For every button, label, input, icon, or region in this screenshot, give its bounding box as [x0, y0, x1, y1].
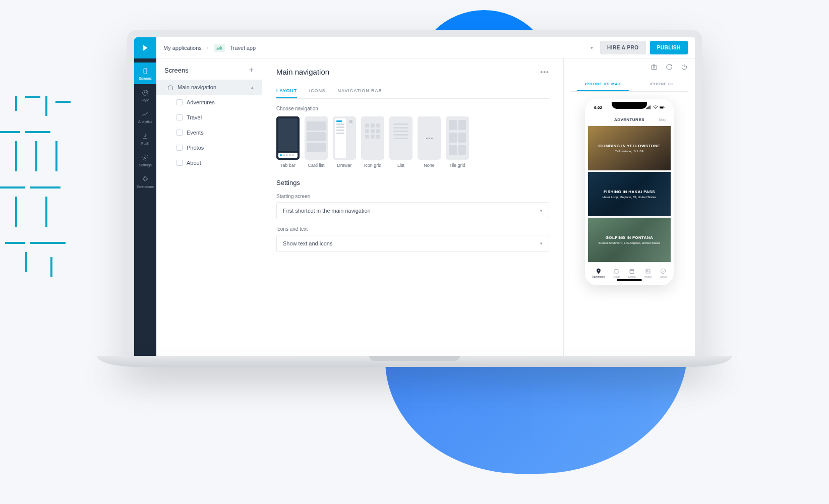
adventure-card-golfing[interactable]: GOLFING IN FONTANA Sunset Boulevard, Los… [588, 218, 671, 262]
rail-item-analytics[interactable]: Analytics [134, 106, 156, 128]
rail-label: Style [141, 98, 149, 102]
refresh-icon[interactable] [666, 64, 673, 73]
svg-rect-7 [646, 108, 647, 109]
phone-tab-photos[interactable]: Photos [644, 268, 652, 278]
device-tabs: IPHONE XS MAX IPHONE 8+ [571, 78, 688, 92]
nav-option-label: Icon grid [364, 163, 382, 168]
push-icon [141, 133, 149, 140]
phone-tab-adventures[interactable]: Adventures [592, 268, 605, 278]
page-title: Main navigation [276, 68, 329, 76]
screen-item-label: Photos [187, 145, 204, 151]
screen-item-about[interactable]: About [156, 155, 262, 170]
hire-pro-button[interactable]: HIRE A PRO [600, 41, 646, 54]
screen-item-main-navigation[interactable]: Main navigation ▴ [156, 80, 262, 95]
card-subtitle: Hakai Loop, Megiatto, MI, United States [603, 196, 656, 199]
add-screen-button[interactable]: + [249, 66, 254, 75]
nav-thumb-list [389, 116, 412, 160]
rail-item-push[interactable]: Push [134, 128, 156, 149]
nav-option-label: Card list [308, 163, 324, 168]
breadcrumb-root[interactable]: My applications [163, 45, 202, 51]
nav-thumb-drawer [333, 116, 356, 160]
adventure-card-fishing[interactable]: FISHING IN HAKAI PASS Hakai Loop, Megiat… [588, 172, 671, 216]
publish-button[interactable]: PUBLISH [650, 41, 688, 54]
icons-text-select[interactable]: Show text and icons ▾ [276, 235, 549, 252]
nav-thumb-icongrid [361, 116, 384, 160]
nav-option-drawer[interactable]: Drawer [333, 116, 356, 168]
screens-panel: Screens + Main navigation ▴ Adventures [156, 58, 262, 363]
settings-section-title: Settings [276, 179, 549, 186]
home-indicator [617, 279, 642, 281]
more-menu-button[interactable]: ••• [540, 68, 549, 76]
phone-tab-about[interactable]: About [660, 268, 667, 278]
breadcrumb-app-name[interactable]: Travel app [230, 45, 256, 51]
nav-option-none[interactable]: None [418, 116, 441, 168]
nav-option-card-list[interactable]: Card list [305, 116, 328, 168]
camera-icon[interactable] [650, 64, 658, 73]
rail-item-extensions[interactable]: Extensions [134, 171, 156, 193]
rail-item-style[interactable]: Style [134, 84, 156, 106]
screen-list: Main navigation ▴ Adventures Travel Even… [156, 80, 262, 170]
phone-content: CLIMBING IN YELLOWSTONE Yellowstone, ID,… [588, 126, 671, 262]
screen-item-label: Adventures [187, 99, 215, 105]
nav-option-label: Tile grid [449, 163, 465, 168]
card-title: GOLFING IN FONTANA [606, 235, 654, 240]
nav-option-tile-grid[interactable]: Tile grid [446, 116, 469, 168]
rail-label: Extensions [137, 185, 154, 188]
logo-icon [141, 44, 149, 52]
tab-layout[interactable]: LAYOUT [276, 84, 297, 98]
nav-option-icon-grid[interactable]: Icon grid [361, 116, 384, 168]
phone-tab-events[interactable]: Events [628, 268, 636, 278]
nav-option-label: List [397, 163, 404, 168]
chevron-down-icon: ▾ [540, 208, 543, 213]
center-header: Main navigation ••• [276, 68, 549, 76]
device-tab-xs-max[interactable]: IPHONE XS MAX [577, 78, 629, 91]
calendar-icon [629, 268, 635, 274]
svg-point-18 [646, 270, 647, 271]
device-tab-8plus[interactable]: IPHONE 8+ [641, 78, 681, 91]
nav-option-tab-bar[interactable]: Tab bar [276, 116, 300, 168]
screen-icon [176, 99, 183, 105]
dropdown-chevron-icon[interactable]: ▾ [587, 42, 596, 53]
screen-item-events[interactable]: Events [156, 125, 262, 140]
svg-rect-9 [648, 106, 649, 109]
tab-navigation-bar[interactable]: NAVIGATION BAR [338, 84, 382, 98]
choose-nav-label: Choose navigation [276, 106, 549, 111]
screen-item-adventures[interactable]: Adventures [156, 95, 262, 110]
starting-screen-select[interactable]: First shortcut in the main navigation ▾ [276, 202, 549, 219]
tab-icons[interactable]: ICONS [309, 84, 326, 98]
power-icon[interactable] [681, 64, 688, 73]
style-icon [141, 89, 149, 96]
laptop-trackpad-notch [369, 356, 460, 361]
svg-point-2 [144, 92, 145, 93]
phone-tab-travel[interactable]: Travel [613, 268, 620, 278]
phone-app-header: ADVENTURES Map [588, 113, 671, 126]
gear-icon [141, 154, 149, 161]
breadcrumb: My applications › Travel app [156, 44, 263, 52]
nav-option-list[interactable]: List [389, 116, 412, 168]
phone-map-button[interactable]: Map [659, 118, 667, 121]
chevron-right-icon: › [207, 45, 209, 51]
rail-item-screens[interactable]: Screens [134, 62, 156, 84]
bg-decoration-dashes [0, 96, 91, 282]
rail-label: Push [141, 142, 149, 145]
nav-thumb-tilegrid [446, 116, 469, 160]
rail-item-settings[interactable]: Settings [134, 149, 156, 171]
svg-rect-10 [649, 105, 650, 109]
adventure-card-climbing[interactable]: CLIMBING IN YELLOWSTONE Yellowstone, ID,… [588, 126, 671, 170]
center-content: Main navigation ••• LAYOUT ICONS NAVIGAT… [262, 58, 564, 363]
nav-thumb-cardlist [305, 116, 328, 160]
screen-item-label: About [187, 160, 201, 166]
phone-status-icons [646, 105, 665, 109]
nav-option-label: Drawer [337, 163, 351, 168]
screen-item-photos[interactable]: Photos [156, 140, 262, 155]
phone-notch [612, 102, 647, 109]
phone-screen: 6:02 ADVENTURES Map [588, 102, 671, 282]
card-title: FISHING IN HAKAI PASS [604, 190, 655, 194]
svg-rect-8 [647, 107, 648, 109]
svg-rect-16 [630, 270, 634, 274]
screens-panel-title: Screens [164, 67, 189, 74]
app-logo[interactable] [134, 37, 156, 58]
field-starting-screen: Starting screen First shortcut in the ma… [276, 194, 549, 219]
collapse-icon: ▴ [251, 85, 254, 90]
screen-item-travel[interactable]: Travel [156, 110, 262, 125]
